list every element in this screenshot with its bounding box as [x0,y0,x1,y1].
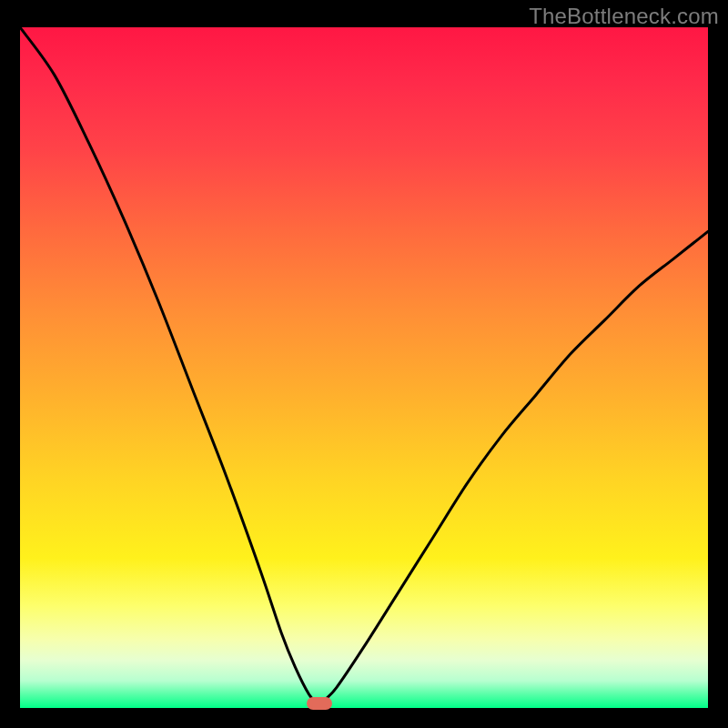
bottleneck-curve-path [20,27,708,703]
plot-area [20,27,708,708]
minimum-marker [307,697,332,710]
curve-svg [20,27,708,708]
watermark-text: TheBottleneck.com [529,4,719,29]
chart-frame: TheBottleneck.com [0,0,728,728]
